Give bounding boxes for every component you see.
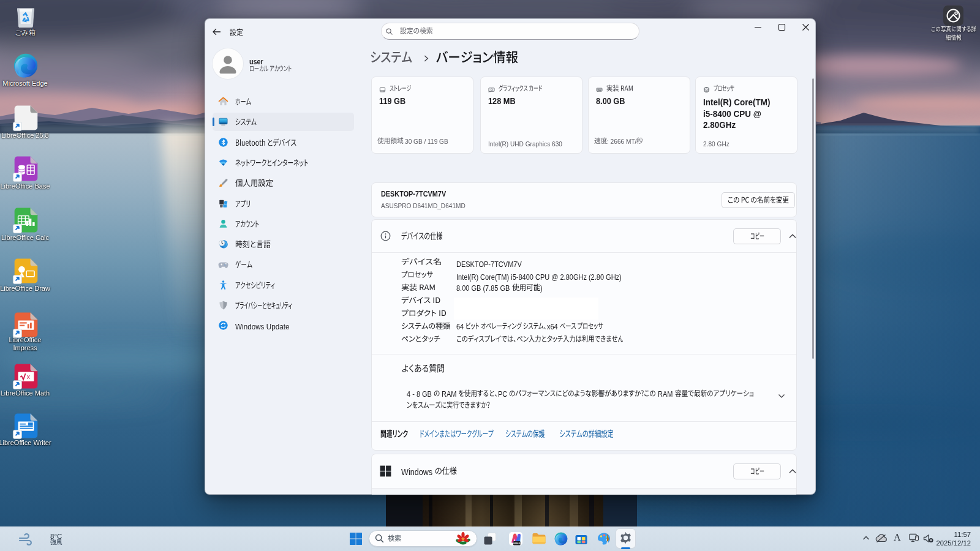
- svg-text:M365: M365: [513, 542, 521, 545]
- svg-text:x: x: [27, 373, 31, 380]
